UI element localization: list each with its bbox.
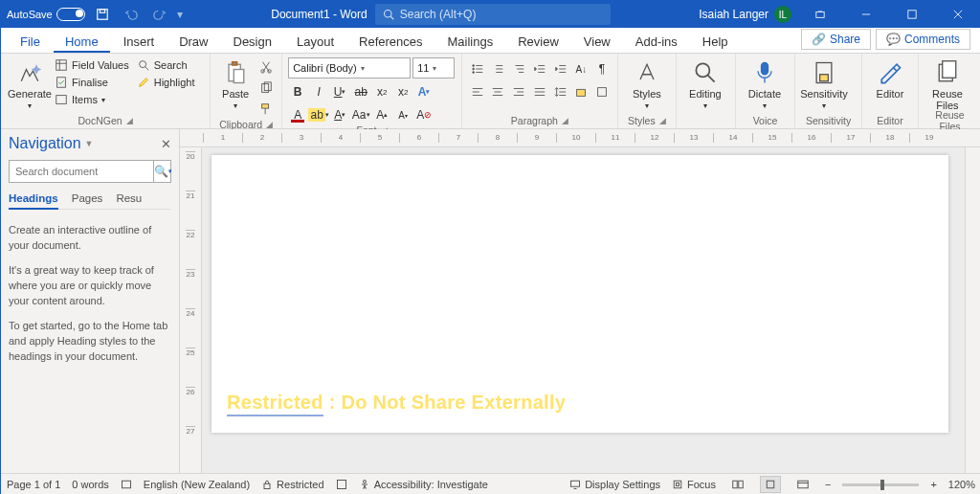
line-spacing-icon[interactable]: [551, 82, 570, 101]
status-restricted[interactable]: Restricted: [261, 479, 324, 490]
print-layout-icon[interactable]: [760, 476, 781, 493]
sort-icon[interactable]: A↓: [571, 59, 590, 79]
dialog-launcher-icon[interactable]: ◢: [562, 116, 568, 125]
tab-addins[interactable]: Add-ins: [624, 31, 689, 53]
spellcheck-icon[interactable]: [121, 479, 132, 490]
dialog-launcher-icon[interactable]: ◢: [266, 120, 273, 129]
items-button[interactable]: Items ▾: [53, 92, 131, 107]
subscript-icon[interactable]: x2: [372, 82, 391, 101]
copy-icon[interactable]: [256, 79, 276, 98]
highlight-color-icon[interactable]: ab▾: [309, 105, 328, 124]
increase-indent-icon[interactable]: [551, 59, 570, 79]
tab-file[interactable]: File: [9, 31, 52, 53]
status-language[interactable]: English (New Zealand): [144, 479, 250, 490]
document-page[interactable]: Restricted : Do Not Share Externally: [212, 155, 948, 433]
tab-mailings[interactable]: Mailings: [436, 31, 505, 53]
redo-icon[interactable]: [148, 3, 171, 26]
shading-icon[interactable]: [571, 82, 590, 101]
ribbon-display-icon[interactable]: [799, 1, 841, 28]
text-effects-icon[interactable]: A▾: [414, 82, 434, 101]
share-button[interactable]: 🔗Share: [801, 29, 871, 50]
status-words[interactable]: 0 words: [72, 479, 109, 490]
nav-tab-results[interactable]: Resu: [116, 192, 142, 209]
font-name-combo[interactable]: Calibri (Body)▾: [288, 57, 411, 79]
finalise-button[interactable]: Finalise: [53, 75, 131, 90]
nav-tab-headings[interactable]: Headings: [9, 192, 58, 210]
sensitivity-button[interactable]: Sensitivity▾: [801, 56, 847, 110]
zoom-out-icon[interactable]: −: [825, 479, 831, 490]
grow-font-icon[interactable]: A▴: [372, 105, 391, 124]
tab-design[interactable]: Design: [222, 31, 283, 53]
borders-icon[interactable]: [592, 82, 612, 101]
styles-button[interactable]: Styles▾: [624, 56, 670, 110]
nav-search-input[interactable]: [10, 161, 153, 182]
comments-button[interactable]: 💬Comments: [876, 29, 970, 50]
search-button[interactable]: Search: [135, 57, 197, 73]
autosave-toggle[interactable]: AutoSave: [7, 8, 85, 21]
superscript-icon[interactable]: x2: [393, 82, 412, 101]
tab-references[interactable]: References: [347, 31, 434, 53]
vertical-ruler[interactable]: 2021222324252627: [180, 147, 202, 473]
show-marks-icon[interactable]: ¶: [592, 59, 612, 79]
zoom-in-icon[interactable]: +: [930, 479, 936, 490]
minimize-icon[interactable]: [845, 1, 887, 28]
horizontal-ruler[interactable]: 12345678910111213141516171819: [180, 129, 980, 147]
bullets-icon[interactable]: [468, 59, 487, 79]
generate-button[interactable]: Generate▾: [7, 56, 53, 110]
status-display-settings[interactable]: Display Settings: [569, 479, 660, 490]
status-page[interactable]: Page 1 of 1: [7, 479, 60, 490]
decrease-indent-icon[interactable]: [530, 59, 549, 79]
tab-help[interactable]: Help: [691, 31, 740, 53]
web-layout-icon[interactable]: [792, 476, 813, 493]
maximize-icon[interactable]: [891, 1, 933, 28]
search-bar[interactable]: Search (Alt+Q): [375, 4, 611, 25]
tab-review[interactable]: Review: [506, 31, 570, 53]
reuse-files-button[interactable]: Reuse Files: [924, 56, 970, 111]
shrink-font-icon[interactable]: A▾: [393, 105, 412, 124]
dictate-button[interactable]: Dictate▾: [742, 56, 788, 110]
save-icon[interactable]: [91, 3, 114, 26]
undo-icon[interactable]: [120, 3, 143, 26]
justify-icon[interactable]: [530, 82, 549, 101]
tab-home[interactable]: Home: [54, 31, 110, 53]
clear-format-icon[interactable]: A⊘: [414, 105, 434, 124]
tab-insert[interactable]: Insert: [112, 31, 167, 53]
change-case-icon[interactable]: Aa▾: [351, 105, 370, 124]
close-pane-icon[interactable]: ✕: [161, 137, 171, 151]
numbering-icon[interactable]: [489, 59, 508, 79]
font-color-icon[interactable]: A: [288, 105, 307, 124]
zoom-level[interactable]: 120%: [948, 479, 975, 490]
user-account[interactable]: Isaiah Langer IL: [699, 6, 791, 23]
strikethrough-icon[interactable]: ab: [351, 82, 370, 101]
editing-button[interactable]: Editing▾: [682, 56, 728, 110]
close-icon[interactable]: [937, 1, 979, 28]
format-painter-icon[interactable]: [256, 100, 276, 119]
align-right-icon[interactable]: [509, 82, 528, 101]
italic-icon[interactable]: I: [309, 82, 328, 101]
bold-icon[interactable]: B: [288, 82, 307, 101]
editor-button[interactable]: Editor: [868, 56, 912, 100]
read-mode-icon[interactable]: [727, 476, 748, 493]
status-accessibility[interactable]: Accessibility: Investigate: [359, 479, 488, 490]
zoom-slider[interactable]: [842, 483, 919, 486]
tab-draw[interactable]: Draw: [167, 31, 219, 53]
nav-search-icon[interactable]: 🔍▾: [153, 161, 172, 182]
status-macros-icon[interactable]: [336, 479, 347, 490]
tab-view[interactable]: View: [572, 31, 622, 53]
tab-layout[interactable]: Layout: [285, 31, 345, 53]
vertical-scrollbar[interactable]: [965, 147, 980, 473]
align-left-icon[interactable]: [468, 82, 487, 101]
paste-button[interactable]: Paste▾: [216, 56, 255, 110]
multilevel-icon[interactable]: [509, 59, 528, 79]
align-center-icon[interactable]: [489, 82, 508, 101]
status-focus[interactable]: Focus: [672, 479, 716, 490]
font-size-combo[interactable]: 11▾: [412, 57, 455, 79]
underline-icon[interactable]: U▾: [330, 82, 349, 101]
cut-icon[interactable]: [256, 57, 276, 77]
dialog-launcher-icon[interactable]: ◢: [126, 116, 133, 125]
highlight-button[interactable]: Highlight: [135, 75, 197, 90]
field-values-button[interactable]: Field Values: [53, 57, 131, 73]
nav-tab-pages[interactable]: Pages: [72, 192, 103, 209]
nav-search[interactable]: 🔍▾: [9, 160, 171, 183]
font-color2-icon[interactable]: A▾: [330, 105, 349, 124]
